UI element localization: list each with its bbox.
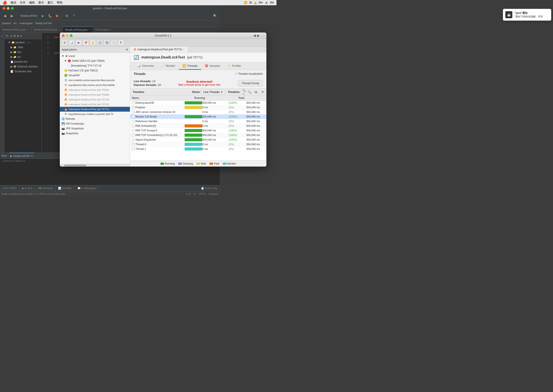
vvm-btn-3[interactable]: ▶ — [76, 40, 82, 45]
app-item-threaddump[interactable]: 📄 [threaddump] 下午7:27:19 — [60, 63, 130, 68]
app-item-maven[interactable]: ☕ org.jetbrains.idea.maven.server.Remote… — [60, 83, 130, 87]
app-item-visualvm[interactable]: 🟢 VisualVM — [60, 73, 130, 78]
tab-close-icon[interactable]: ✕ — [89, 28, 91, 31]
tree-item-scratches[interactable]: 📝 Scratches and — [4, 69, 42, 74]
timeline-close-button[interactable]: ✕ — [261, 90, 264, 94]
tab-jprofiler[interactable]: 📊 JProfiler — [55, 185, 75, 191]
tree-item-src[interactable]: ▶ 📁 src — [4, 55, 42, 59]
apple-menu[interactable]: 🍎 — [3, 1, 7, 5]
breadcrumb-src[interactable]: src — [14, 22, 17, 25]
table-row[interactable]: Thread-0 0 ms (0%) 304,046 ms — [130, 142, 266, 147]
thread-table-body[interactable]: DestroyJavaVM 304,046 ms (100%) 304,046 … — [130, 101, 266, 161]
app-item-deadlock-75729[interactable]: 🔥 matongxue.DeadLockTest (pid 75729) — [60, 97, 130, 102]
vvm-btn-2[interactable]: 📊 — [69, 40, 75, 45]
vvm-btn-5[interactable]: 💡 — [90, 40, 96, 45]
app-item-local[interactable]: ▼ 🖥 Local — [60, 54, 130, 58]
tree-item-idea[interactable]: ▶ 📁 .idea — [4, 45, 42, 50]
maximize-button[interactable] — [11, 7, 14, 10]
menu-help[interactable]: 帮助 — [57, 1, 63, 5]
tab-close-icon[interactable]: ✕ — [59, 28, 60, 31]
tab-close-icon[interactable]: ✕ — [110, 28, 112, 31]
expand-icon[interactable]: ⛶ — [261, 33, 264, 38]
vvm-btn-8[interactable]: 📋 — [111, 40, 117, 45]
menu-view[interactable]: 显示 — [38, 1, 44, 5]
tab-close-icon[interactable]: ✕ — [27, 28, 29, 31]
tab-thread[interactable]: Thread.java ✕ — [93, 27, 114, 33]
func-tab-profiler[interactable]: ⚡ Profiler — [224, 63, 245, 70]
app-item-deadlock-75771[interactable]: 🔥 matongxue.DeadLockTest (pid 75771) — [60, 107, 130, 112]
zoom-in-button[interactable]: 🔍+ — [241, 90, 246, 94]
run-button[interactable]: ▶ — [40, 13, 46, 19]
thread-checkbox[interactable] — [132, 125, 134, 127]
breadcrumb-class[interactable]: DeadLockTest — [35, 22, 52, 25]
app-item-deadlock-75625[interactable]: 🔥 matongxue.DeadLockTest (pid 75625) — [60, 87, 130, 92]
run-tab-close[interactable]: ✕ — [31, 154, 33, 158]
tree-item-ext-libs[interactable]: ▶ 📦 External Libraries — [4, 64, 42, 69]
zoom-fit-button[interactable]: ⊞ — [253, 90, 259, 94]
gear-icon[interactable]: ⚙ — [17, 35, 19, 38]
tree-item-root[interactable]: ▼ 📁 javatest ~/wo... — [4, 40, 42, 45]
table-row[interactable]: Thread-1 0 ms (0%) 304,046 ms — [130, 147, 266, 151]
apps-scrollbar[interactable] — [60, 164, 130, 167]
run-config-button[interactable]: DeadLockTest — [19, 13, 39, 19]
help-button[interactable]: ? — [71, 13, 77, 19]
minimize-button[interactable] — [7, 7, 9, 10]
menu-file[interactable]: 文件 — [20, 1, 26, 5]
app-item-vm-coredumps[interactable]: 💾 VM Coredumps — [60, 121, 130, 126]
nav-forward-icon[interactable]: ▶ — [257, 33, 260, 38]
table-row[interactable]: Finalizer 0 ms (0%) 304,046 ms — [130, 105, 266, 110]
app-item-launcher[interactable]: ☕ org.jetbrains.jps.cmdline.Launcher (pi… — [60, 112, 130, 116]
zoom-out-button[interactable]: 🔍- — [247, 90, 252, 94]
app-tab-deadlock[interactable]: 🔥 matongxue.DeadLockTest (pid 75771) ✕ — [130, 47, 188, 52]
thread-checkbox[interactable] — [132, 134, 134, 136]
run-tab[interactable]: ▶ DeadLockTest ✕ — [9, 153, 34, 159]
settings-button[interactable]: ⚙ — [64, 13, 70, 19]
tree-item-iml[interactable]: 📄 javatest.iml — [4, 59, 42, 64]
breadcrumb-project[interactable]: javatest — [2, 22, 11, 25]
thread-checkbox[interactable] — [132, 102, 134, 104]
tab-event-log[interactable]: 📋 Event Log — [198, 185, 220, 191]
thread-checkbox[interactable] — [132, 129, 134, 132]
func-tab-threads[interactable]: 🔀 Threads — [179, 63, 201, 70]
app-tab-close[interactable]: ✕ — [183, 48, 185, 51]
func-tab-monitor[interactable]: 📈 Monitor — [157, 63, 179, 70]
vvm-btn-9[interactable]: ⬇ — [118, 40, 124, 45]
forward-button[interactable]: ▶ — [9, 13, 15, 19]
threads-viz-checkbox[interactable]: ✓ Threads visualization — [235, 72, 263, 75]
close-button[interactable] — [3, 7, 5, 10]
project-panel-icon[interactable]: P — [0, 35, 4, 38]
visualvm-max[interactable] — [70, 34, 72, 37]
search-button[interactable]: 🔍 — [212, 13, 218, 19]
app-item-deadlock-75760[interactable]: 🔥 matongxue.DeadLockTest (pid 75760) — [60, 102, 130, 107]
table-row[interactable]: Monitor Ctrl-Break 304,046 ms (100%) 304… — [130, 114, 266, 119]
tree-item-out[interactable]: ▶ 📁 out — [4, 50, 42, 55]
collapse-icon[interactable]: ☰ — [14, 35, 16, 38]
refresh-icon[interactable]: ↻ — [11, 35, 13, 38]
thread-checkbox[interactable] — [132, 115, 134, 118]
vvm-btn-6[interactable]: 🔄 — [97, 40, 103, 45]
tab-terminal[interactable]: ⌨ Terminal — [35, 185, 55, 191]
app-item-deadlock-75698[interactable]: 🔥 matongxue.DeadLockTest (pid 75698) — [60, 92, 130, 97]
close-icon[interactable]: ✕ — [20, 35, 22, 38]
thread-checkbox[interactable] — [132, 120, 134, 123]
table-row[interactable]: RMI TCP Accept-0 304,046 ms (100%) 304,0… — [130, 128, 266, 133]
back-button[interactable]: ◀ — [2, 13, 8, 19]
func-tab-sampler[interactable]: 🎯 Sampler — [201, 63, 224, 70]
menu-wechat[interactable]: 微信 — [11, 1, 16, 5]
breadcrumb-package[interactable]: matongxue — [20, 22, 33, 25]
visualvm-close[interactable] — [62, 34, 65, 37]
thread-checkbox[interactable] — [132, 148, 134, 150]
table-row[interactable]: DestroyJavaVM 304,046 ms (100%) 304,046 … — [130, 101, 266, 105]
vvm-btn-7[interactable]: 🔢 — [104, 40, 110, 45]
scrollbar-thumb[interactable] — [64, 165, 86, 166]
app-item-snapshots[interactable]: 📷 Snapshots — [60, 131, 130, 136]
tab-deadlock2[interactable]: DeadLockTest2.java ✕ — [31, 27, 63, 33]
app-item-intellij[interactable]: ▼ 🔴 IntelliJ IDEA CE (pid 75083) — [60, 58, 130, 63]
app-item-install4j[interactable]: ☕ com.install4j.runtime.launcher.MacLaun… — [60, 78, 130, 83]
table-row[interactable]: JMX server connection timeout 18 0 ms (0… — [130, 110, 266, 114]
vvm-btn-1[interactable]: ⊞ — [62, 40, 68, 45]
table-row[interactable]: RMI TCP Connection(1)-172.20.101 304,046… — [130, 133, 266, 138]
app-item-jfr[interactable]: 📷 JFR Snapshots — [60, 126, 130, 131]
thread-checkbox[interactable] — [132, 138, 134, 141]
tab-deadlock1[interactable]: DeadLockTest1.java ✕ — [0, 27, 31, 33]
